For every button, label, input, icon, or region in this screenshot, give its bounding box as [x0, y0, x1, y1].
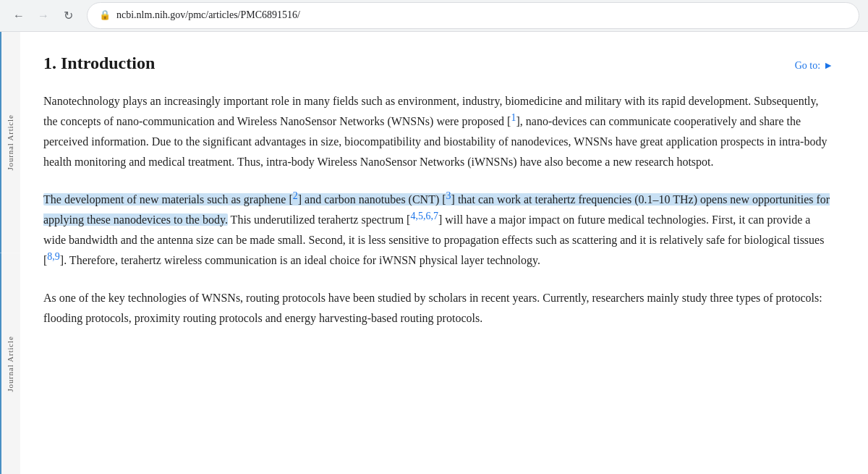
section-title-text: Introduction — [61, 54, 155, 72]
section-header: 1. Introduction Go to: ► — [43, 49, 833, 77]
content-area: 1. Introduction Go to: ► Nanotechnology … — [20, 32, 868, 474]
nav-buttons: ← → ↻ — [9, 6, 78, 26]
forward-button[interactable]: → — [33, 6, 54, 26]
goto-link[interactable]: Go to: ► — [795, 58, 833, 74]
paragraph-1: Nanotechnology plays an increasingly imp… — [43, 91, 833, 172]
journal-article-tab-bottom[interactable]: Journal Article — [0, 253, 20, 475]
back-button[interactable]: ← — [9, 6, 29, 26]
journal-article-tab-top[interactable]: Journal Article — [0, 32, 20, 253]
ref-link-1[interactable]: 1 — [511, 112, 516, 123]
ref-link-4567[interactable]: 4,5,6,7 — [410, 211, 438, 221]
section-number: 1. — [43, 54, 56, 72]
ref-link-89[interactable]: 8,9 — [47, 251, 60, 262]
browser-chrome: ← → ↻ 🔒 ncbi.nlm.nih.gov/pmc/articles/PM… — [0, 0, 868, 32]
lock-icon: 🔒 — [99, 8, 111, 23]
url-text: ncbi.nlm.nih.gov/pmc/articles/PMC6891516… — [116, 7, 300, 23]
ref-link-2[interactable]: 2 — [293, 190, 298, 201]
page-wrapper: Journal Article Journal Article 1. Intro… — [0, 32, 868, 474]
paragraph-3: As one of the key technologies of WNSNs,… — [43, 288, 833, 329]
goto-arrow-icon: ► — [823, 58, 833, 74]
reload-button[interactable]: ↻ — [58, 6, 78, 26]
address-bar[interactable]: 🔒 ncbi.nlm.nih.gov/pmc/articles/PMC68915… — [87, 2, 859, 28]
ref-link-3[interactable]: 3 — [446, 190, 451, 201]
paragraph-2: The development of new materials such as… — [43, 190, 833, 271]
left-sidebar: Journal Article Journal Article — [0, 32, 20, 474]
section-title: 1. Introduction — [43, 49, 155, 77]
goto-label: Go to: — [795, 58, 820, 74]
